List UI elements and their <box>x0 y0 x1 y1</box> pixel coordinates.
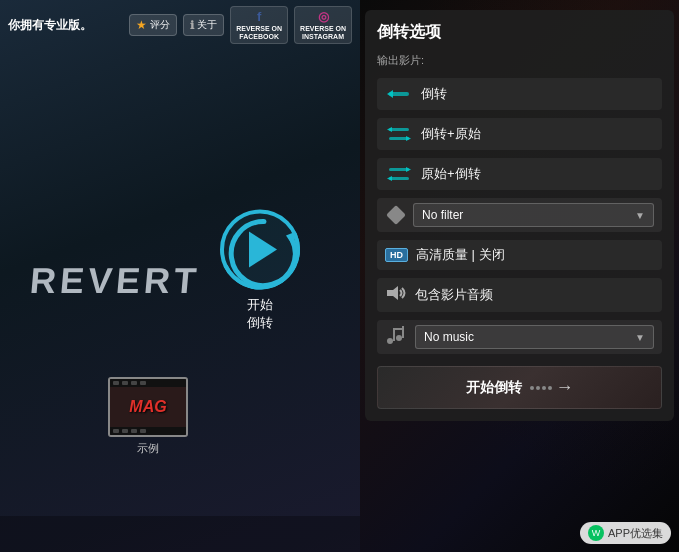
svg-marker-6 <box>406 136 411 141</box>
music-dropdown-arrow: ▼ <box>635 332 645 343</box>
speaker-icon-container <box>385 284 407 306</box>
film-hole <box>140 429 146 433</box>
two-arrows-flip-icon <box>385 165 413 183</box>
audio-label: 包含影片音频 <box>415 286 493 304</box>
output-label: 输出影片: <box>377 53 662 68</box>
reverse-only-icon <box>385 84 413 104</box>
speaker-icon <box>385 284 407 302</box>
film-hole <box>113 429 119 433</box>
filter-icon-container <box>385 204 407 226</box>
options-panel: 倒转选项 输出影片: 倒转 倒转+原始 <box>365 10 674 421</box>
start-btn-label: 开始倒转 <box>466 379 522 397</box>
film-hole <box>122 429 128 433</box>
reverse-plus-original-icon <box>385 124 413 144</box>
instagram-button[interactable]: ◎ REVERSE ON INSTAGRAM <box>294 6 352 44</box>
option1-label: 倒转 <box>421 85 447 103</box>
sample-thumbnail: MAG <box>108 377 188 437</box>
fb-line1: REVERSE ON <box>236 25 282 33</box>
instagram-icon: ◎ <box>318 9 329 25</box>
facebook-icon: f <box>257 9 261 25</box>
svg-marker-11 <box>387 286 398 300</box>
ig-line1: REVERSE ON <box>300 25 346 33</box>
top-bar: 你拥有专业版。 ★ 评分 ℹ 关于 f REVERSE ON FACEBOOK … <box>0 0 360 50</box>
pro-badge: 你拥有专业版。 <box>8 17 123 34</box>
play-circle <box>220 210 300 290</box>
sample-container[interactable]: MAG 示例 <box>108 377 188 456</box>
facebook-button[interactable]: f REVERSE ON FACEBOOK <box>230 6 288 44</box>
watermark-text: APP优选集 <box>608 526 663 541</box>
reverse-arrows-icon <box>385 86 413 102</box>
diamond-icon <box>386 205 406 225</box>
film-hole <box>140 381 146 385</box>
ig-line2: INSTAGRAM <box>302 33 344 41</box>
arrow-right-icon: → <box>556 377 574 398</box>
film-hole <box>131 429 137 433</box>
dot4 <box>548 386 552 390</box>
start-reverse-button[interactable]: 开始 倒转 <box>220 210 300 332</box>
filter-value: No filter <box>422 208 463 222</box>
about-button[interactable]: ℹ 关于 <box>183 14 224 36</box>
bottom-bar-left <box>0 516 360 552</box>
filter-select[interactable]: No filter ▼ <box>413 203 654 227</box>
film-hole <box>131 381 137 385</box>
svg-marker-10 <box>387 176 392 181</box>
music-icon-container <box>385 325 407 349</box>
watermark: W APP优选集 <box>580 522 671 544</box>
option-original-plus-reverse[interactable]: 原始+倒转 <box>377 158 662 190</box>
svg-point-12 <box>387 338 393 344</box>
film-hole <box>122 381 128 385</box>
fb-line2: FACEBOOK <box>239 33 279 41</box>
option3-label: 原始+倒转 <box>421 165 481 183</box>
music-value: No music <box>424 330 474 344</box>
film-strip-top <box>110 379 186 387</box>
options-title: 倒转选项 <box>377 22 662 43</box>
app-logo: REVERT <box>28 260 202 302</box>
rate-label: 评分 <box>150 18 170 32</box>
rate-button[interactable]: ★ 评分 <box>129 14 177 36</box>
main-content: REVERT 开始 倒转 <box>0 50 360 516</box>
option2-label: 倒转+原始 <box>421 125 481 143</box>
wechat-icon: W <box>588 525 604 541</box>
svg-point-13 <box>396 335 402 341</box>
about-label: 关于 <box>197 18 217 32</box>
svg-marker-8 <box>406 167 411 172</box>
reverse-arc-icon <box>224 214 304 294</box>
svg-rect-16 <box>393 328 404 330</box>
hd-badge: HD <box>385 248 408 262</box>
audio-row[interactable]: 包含影片音频 <box>377 278 662 312</box>
left-panel: 你拥有专业版。 ★ 评分 ℹ 关于 f REVERSE ON FACEBOOK … <box>0 0 360 552</box>
dot3 <box>542 386 546 390</box>
start-reverse-btn[interactable]: 开始倒转 → <box>377 366 662 409</box>
filter-row: No filter ▼ <box>377 198 662 232</box>
start-label: 开始 倒转 <box>247 296 273 332</box>
film-strip-bottom <box>110 427 186 435</box>
hd-label: 高清质量 | 关闭 <box>416 246 505 264</box>
music-select[interactable]: No music ▼ <box>415 325 654 349</box>
hd-quality-row[interactable]: HD 高清质量 | 关闭 <box>377 240 662 270</box>
sample-text: MAG <box>129 398 166 416</box>
two-arrows-icon <box>385 125 413 143</box>
option-reverse-plus-original[interactable]: 倒转+原始 <box>377 118 662 150</box>
film-hole <box>113 381 119 385</box>
svg-rect-15 <box>402 326 404 338</box>
filter-dropdown-arrow: ▼ <box>635 210 645 221</box>
star-icon: ★ <box>136 18 147 32</box>
info-icon: ℹ <box>190 19 194 32</box>
dot1 <box>530 386 534 390</box>
music-row: No music ▼ <box>377 320 662 354</box>
original-plus-reverse-icon <box>385 164 413 184</box>
svg-marker-4 <box>387 127 392 132</box>
svg-marker-2 <box>387 90 393 98</box>
hd-icon-container: HD <box>385 248 408 262</box>
right-panel: 倒转选项 输出影片: 倒转 倒转+原始 <box>360 0 679 552</box>
dot2 <box>536 386 540 390</box>
music-note-icon <box>385 325 407 345</box>
logo-container: REVERT <box>30 260 200 302</box>
arrow-dots: → <box>530 377 574 398</box>
option-reverse-only[interactable]: 倒转 <box>377 78 662 110</box>
sample-label: 示例 <box>137 441 159 456</box>
